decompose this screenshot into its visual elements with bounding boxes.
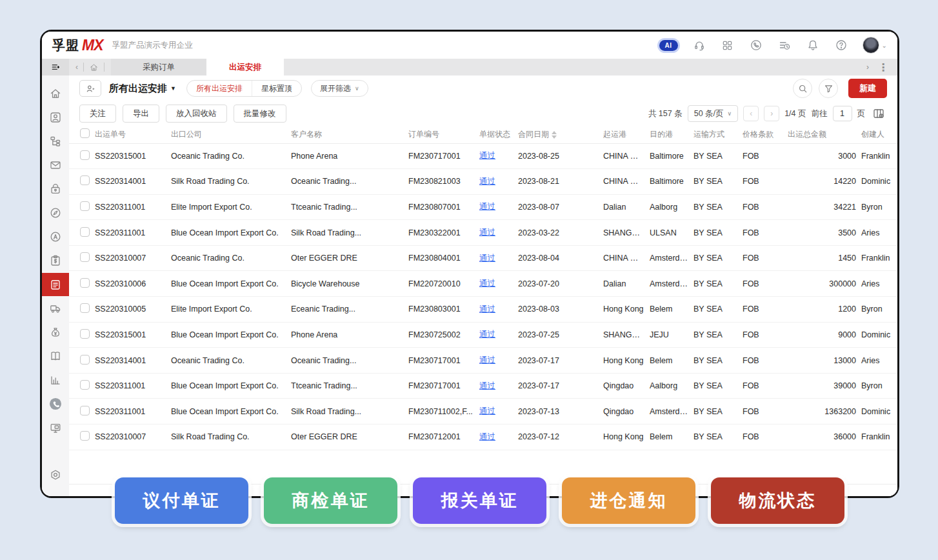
goto-page-input[interactable] <box>833 106 852 121</box>
sidebar-item-shipping-doc-icon[interactable] <box>42 273 69 297</box>
column-header-7[interactable]: 起运港 <box>601 126 647 143</box>
column-header-3[interactable]: 客户名称 <box>288 126 406 143</box>
sidebar-item-compass-icon[interactable] <box>42 201 69 225</box>
status-link[interactable]: 通过 <box>479 381 495 390</box>
tab-1[interactable]: 采购订单 <box>111 59 206 75</box>
select-all-checkbox[interactable] <box>80 128 90 138</box>
sidebar-item-mail-icon[interactable] <box>42 154 69 177</box>
column-header-11[interactable]: 出运总金额 <box>785 126 859 143</box>
flow-button-5[interactable]: 物流状态 <box>711 477 844 524</box>
tab-menu-icon[interactable]: ⋮ <box>878 61 888 74</box>
column-header-12[interactable]: 创建人 <box>859 126 897 143</box>
column-header-9[interactable]: 运输方式 <box>691 126 740 143</box>
create-new-button[interactable]: 新建 <box>848 79 887 98</box>
expand-filter-button[interactable]: 展开筛选∨ <box>311 80 368 97</box>
user-menu[interactable]: ⌄ <box>863 37 887 54</box>
avatar[interactable] <box>863 37 879 54</box>
status-link[interactable]: 通过 <box>479 432 495 441</box>
table-row[interactable]: SS220310007Silk Road Trading Co.Oter EGG… <box>69 425 897 450</box>
status-link[interactable]: 通过 <box>479 279 495 288</box>
toolbar-button-2[interactable]: 导出 <box>123 105 159 123</box>
table-row[interactable]: SS220311001Blue Ocean Import Export Co.T… <box>69 373 897 399</box>
ai-assistant-button[interactable]: AI <box>659 40 678 51</box>
row-checkbox[interactable] <box>80 278 90 288</box>
table-row[interactable]: SS220311001Elite Import Export Co.Ttcean… <box>69 194 897 220</box>
status-link[interactable]: 通过 <box>479 228 495 237</box>
status-link[interactable]: 通过 <box>479 202 495 211</box>
sidebar-item-whatsapp-filled-icon[interactable] <box>42 392 69 415</box>
column-header-10[interactable]: 价格条款 <box>740 126 785 143</box>
sidebar-item-circle-a-icon[interactable] <box>42 225 69 249</box>
status-link[interactable]: 通过 <box>479 330 495 339</box>
toolbar-button-4[interactable]: 批量修改 <box>234 105 286 123</box>
row-checkbox[interactable] <box>80 380 90 390</box>
flow-button-2[interactable]: 商检单证 <box>264 477 397 524</box>
sidebar-item-truck-icon[interactable] <box>42 296 69 320</box>
task-list-icon[interactable] <box>777 38 792 52</box>
tab-scroll-right-icon[interactable]: › <box>866 63 869 72</box>
next-page-button[interactable]: › <box>764 106 779 121</box>
view-title-dropdown[interactable]: 所有出运安排▼ <box>109 83 176 95</box>
prev-page-button[interactable]: ‹ <box>743 106 759 121</box>
whatsapp-icon[interactable] <box>749 38 763 52</box>
column-header-8[interactable]: 目的港 <box>647 126 691 143</box>
flow-button-3[interactable]: 报关单证 <box>413 477 546 524</box>
page-size-select[interactable]: 50 条/页∨ <box>688 105 738 122</box>
column-header-5[interactable]: 单据状态 <box>477 126 515 143</box>
table-row[interactable]: SS220315001Blue Ocean Import Export Co.P… <box>69 322 897 348</box>
column-header-6[interactable]: 合同日期 <box>515 126 601 143</box>
sidebar-item-home-icon[interactable] <box>42 82 69 106</box>
table-row[interactable]: SS220311001Blue Ocean Import Export Co.S… <box>69 399 897 425</box>
status-link[interactable]: 通过 <box>479 177 495 186</box>
row-checkbox[interactable] <box>80 150 90 160</box>
sort-icon[interactable] <box>552 131 557 139</box>
sidebar-item-clipboard-dollar-icon[interactable] <box>42 249 69 273</box>
status-link[interactable]: 通过 <box>479 406 495 415</box>
column-settings-icon[interactable] <box>870 106 887 121</box>
row-checkbox[interactable] <box>80 406 90 415</box>
table-row[interactable]: SS220314001Silk Road Trading Co.Oceanic … <box>69 169 897 195</box>
home-tab-icon[interactable] <box>89 63 99 72</box>
toolbar-button-3[interactable]: 放入回收站 <box>166 105 227 123</box>
headset-icon[interactable] <box>692 38 706 52</box>
sidebar-item-book-icon[interactable] <box>42 344 69 368</box>
row-checkbox[interactable] <box>80 431 90 441</box>
table-row[interactable]: SS220310005Elite Import Export Co.Eceani… <box>69 297 897 323</box>
back-icon[interactable]: ‹ <box>75 63 78 72</box>
sidebar-collapse-button[interactable] <box>42 59 69 75</box>
toolbar-button-1[interactable]: 关注 <box>79 105 116 123</box>
sidebar-item-org-tree-icon[interactable] <box>42 130 69 154</box>
sidebar-item-contacts-icon[interactable] <box>42 106 69 130</box>
row-checkbox[interactable] <box>80 355 90 365</box>
quick-filter-1[interactable]: 所有出运安排 <box>187 81 252 96</box>
row-checkbox[interactable] <box>80 175 90 185</box>
row-checkbox[interactable] <box>80 303 90 313</box>
row-checkbox[interactable] <box>80 252 90 262</box>
sidebar-item-bar-chart-icon[interactable] <box>42 368 69 392</box>
help-icon[interactable] <box>834 38 848 52</box>
view-switch-icon[interactable] <box>79 80 101 97</box>
table-row[interactable]: SS220311001Blue Ocean Import Export Co.S… <box>69 220 897 246</box>
status-link[interactable]: 通过 <box>479 355 495 365</box>
row-checkbox[interactable] <box>80 329 90 339</box>
table-row[interactable]: SS220315001Oceanic Trading Co.Phone Aren… <box>69 143 897 169</box>
column-header-4[interactable]: 订单编号 <box>406 126 477 143</box>
quick-filter-2[interactable]: 星标置顶 <box>252 81 301 96</box>
column-header-2[interactable]: 出口公司 <box>168 126 288 143</box>
filter-funnel-icon[interactable] <box>819 79 838 98</box>
column-header-1[interactable]: 出运单号 <box>92 126 168 143</box>
table-row[interactable]: SS220310006Blue Ocean Import Export Co.B… <box>69 271 897 297</box>
flow-button-1[interactable]: 议付单证 <box>115 477 248 524</box>
table-row[interactable]: SS220314001Oceanic Trading Co.Oceanic Tr… <box>69 348 897 374</box>
apps-grid-icon[interactable] <box>721 38 735 52</box>
row-checkbox[interactable] <box>80 227 90 237</box>
status-link[interactable]: 通过 <box>479 254 495 263</box>
sidebar-item-gear-icon[interactable] <box>42 463 69 487</box>
status-link[interactable]: 通过 <box>479 305 495 314</box>
bell-icon[interactable] <box>806 38 820 52</box>
flow-button-4[interactable]: 进仓通知 <box>562 477 695 524</box>
sidebar-item-monitor-icon[interactable] <box>42 415 69 439</box>
status-link[interactable]: 通过 <box>479 151 495 160</box>
search-icon[interactable] <box>793 79 812 98</box>
row-checkbox[interactable] <box>80 201 90 211</box>
